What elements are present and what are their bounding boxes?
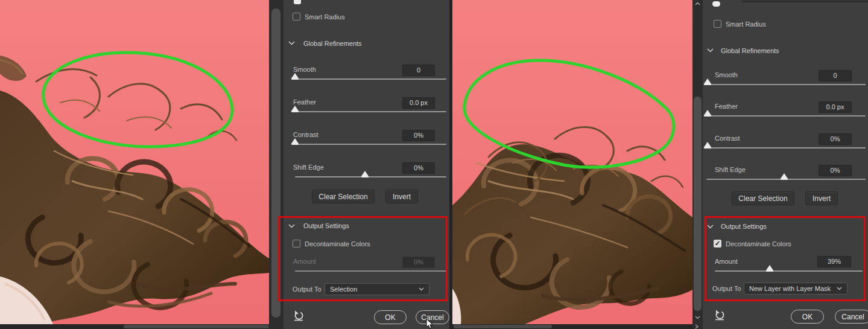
output-settings-header[interactable]: Output Settings xyxy=(721,223,767,230)
chevron-down-icon xyxy=(837,287,842,290)
right-refine-panel: Smart Radius Global Refinements Smooth 0… xyxy=(703,0,868,329)
shift-edge-label: Shift Edge xyxy=(293,164,324,171)
output-to-selected: New Layer with Layer Mask xyxy=(749,285,831,292)
feather-slider-thumb[interactable] xyxy=(291,106,299,112)
smart-radius-checkbox[interactable] xyxy=(714,20,721,28)
smooth-label: Smooth xyxy=(715,71,738,78)
scroll-right-icon[interactable] xyxy=(695,324,699,329)
amount-value[interactable]: 39% xyxy=(817,256,851,267)
reset-icon[interactable] xyxy=(293,310,305,322)
right-vscroll-thumb[interactable] xyxy=(694,97,702,311)
smooth-slider-track[interactable] xyxy=(295,78,446,80)
shift-edge-value[interactable]: 0% xyxy=(819,165,852,176)
feather-slider-track[interactable] xyxy=(706,115,866,117)
clear-selection-button[interactable]: Clear Selection xyxy=(312,190,375,203)
shift-edge-slider-thumb[interactable] xyxy=(780,173,788,180)
left-photo xyxy=(0,0,269,324)
right-panel-scrollbar[interactable] xyxy=(692,0,703,329)
left-vscroll-thumb[interactable] xyxy=(271,8,280,318)
output-to-selected: Selection xyxy=(330,286,357,293)
shift-edge-value[interactable]: 0% xyxy=(402,162,435,174)
contrast-slider-thumb[interactable] xyxy=(291,138,299,145)
smooth-slider-thumb[interactable] xyxy=(291,73,299,80)
radius-slider-track-partial xyxy=(742,1,868,2)
feather-label: Feather xyxy=(293,98,316,106)
scroll-up-icon[interactable] xyxy=(695,2,700,5)
left-canvas-hscrollbar[interactable] xyxy=(0,324,269,329)
shift-edge-label: Shift Edge xyxy=(715,166,746,173)
shift-edge-slider-track[interactable] xyxy=(295,176,446,177)
checkmark-icon: ✓ xyxy=(715,240,720,247)
amount-slider-thumb[interactable] xyxy=(765,265,774,272)
ok-button[interactable]: OK xyxy=(791,310,824,324)
smooth-value[interactable]: 0 xyxy=(402,65,435,76)
smart-radius-label: Smart Radius xyxy=(305,13,345,21)
decontaminate-colors-checkbox[interactable]: ✓ xyxy=(714,240,721,248)
output-settings-header[interactable]: Output Settings xyxy=(303,222,349,229)
contrast-label: Contrast xyxy=(715,135,740,142)
radius-slider-thumb-partial[interactable] xyxy=(712,1,720,7)
left-hscroll-thumb[interactable] xyxy=(124,325,269,328)
output-to-dropdown[interactable]: Selection xyxy=(325,283,429,295)
global-refinements-header[interactable]: Global Refinements xyxy=(721,47,779,54)
right-canvas-hscrollbar[interactable] xyxy=(452,324,692,329)
contrast-slider-track[interactable] xyxy=(295,144,446,145)
shift-edge-slider-thumb[interactable] xyxy=(361,171,369,177)
smooth-value[interactable]: 0 xyxy=(819,70,852,81)
output-to-label: Output To xyxy=(293,286,322,293)
right-hscroll-thumb[interactable] xyxy=(454,325,552,328)
feather-slider-track[interactable] xyxy=(295,111,446,112)
contrast-slider-track[interactable] xyxy=(706,147,866,149)
chevron-down-icon[interactable] xyxy=(707,225,714,229)
contrast-slider-thumb[interactable] xyxy=(703,142,712,149)
chevron-down-icon[interactable] xyxy=(288,41,295,45)
global-refinements-header[interactable]: Global Refinements xyxy=(303,40,362,47)
contrast-value[interactable]: 0% xyxy=(402,130,435,141)
contrast-value[interactable]: 0% xyxy=(819,133,852,145)
feather-value[interactable]: 0.0 px xyxy=(402,97,435,109)
clear-selection-button[interactable]: Clear Selection xyxy=(732,191,794,205)
invert-button[interactable]: Invert xyxy=(805,191,838,205)
left-panel-scrollbar[interactable] xyxy=(269,0,284,329)
amount-label: Amount xyxy=(293,258,316,265)
feather-label: Feather xyxy=(715,103,738,110)
smooth-slider-track[interactable] xyxy=(706,84,866,85)
right-image-canvas[interactable] xyxy=(452,0,692,324)
output-to-dropdown[interactable]: New Layer with Layer Mask xyxy=(744,283,847,295)
mouse-cursor-icon xyxy=(426,319,435,329)
smooth-slider-thumb[interactable] xyxy=(703,78,712,85)
decontaminate-colors-label: Decontaminate Colors xyxy=(305,240,370,248)
chevron-down-icon xyxy=(419,287,424,291)
amount-slider-track xyxy=(295,270,446,272)
decontaminate-colors-checkbox[interactable] xyxy=(293,240,300,248)
scroll-down-icon[interactable] xyxy=(695,316,700,319)
radius-slider-thumb-partial[interactable] xyxy=(294,0,301,4)
invert-button[interactable]: Invert xyxy=(385,190,418,203)
amount-slider-track[interactable] xyxy=(715,270,863,272)
reset-icon[interactable] xyxy=(714,309,726,321)
right-photo xyxy=(452,0,692,324)
amount-value: 0% xyxy=(402,257,435,268)
chevron-down-icon[interactable] xyxy=(707,48,714,53)
chevron-down-icon[interactable] xyxy=(288,224,295,228)
amount-label: Amount xyxy=(715,258,738,265)
output-to-label: Output To xyxy=(712,285,741,292)
feather-slider-thumb[interactable] xyxy=(703,110,712,117)
decontaminate-colors-label: Decontaminate Colors xyxy=(726,240,791,248)
ok-button[interactable]: OK xyxy=(374,310,407,324)
smooth-label: Smooth xyxy=(293,66,316,73)
feather-value[interactable]: 0.0 px xyxy=(819,101,852,113)
smart-radius-checkbox[interactable] xyxy=(293,13,300,21)
select-and-mask-comparison: { "colors": { "canvas_background": "#f17… xyxy=(0,0,868,329)
smart-radius-label: Smart Radius xyxy=(726,21,766,28)
contrast-label: Contrast xyxy=(293,131,318,138)
left-refine-panel: Smart Radius Global Refinements Smooth 0… xyxy=(284,0,449,329)
left-image-canvas[interactable] xyxy=(0,0,269,324)
cancel-button[interactable]: Cancel xyxy=(835,310,868,324)
